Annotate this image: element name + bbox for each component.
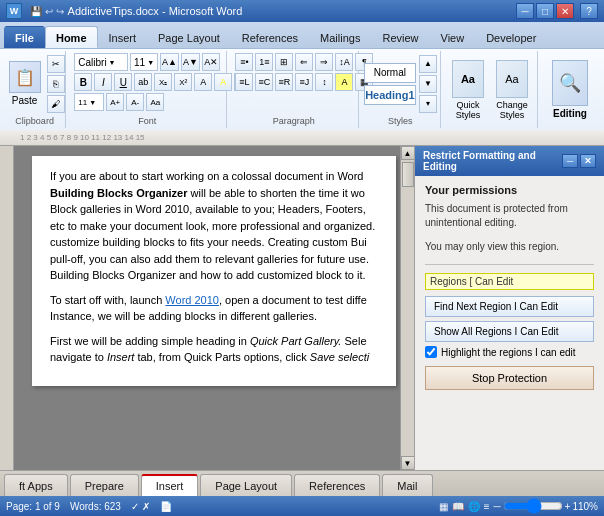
- paragraph-2: To start off with, launch Word 2010, ope…: [50, 292, 382, 325]
- tab-home[interactable]: Home: [45, 26, 98, 48]
- maximize-button[interactable]: □: [536, 3, 554, 19]
- subscript-button[interactable]: X₂: [154, 73, 172, 91]
- bottom-tab-insert[interactable]: Insert: [141, 474, 199, 496]
- highlight-regions-row: Highlight the regions I can edit: [425, 346, 594, 358]
- zoom-out-button[interactable]: ─: [493, 501, 500, 512]
- find-next-region-button[interactable]: Find Next Region I Can Edit: [425, 296, 594, 317]
- bottom-tab-apps[interactable]: ft Apps: [4, 474, 68, 496]
- quick-styles-icon: Aa: [452, 60, 484, 98]
- app-window: W 💾 ↩ ↪ AddictiveTips.docx - Microsoft W…: [0, 0, 604, 516]
- align-left-button[interactable]: ≡L: [235, 73, 253, 91]
- align-center-button[interactable]: ≡C: [255, 73, 273, 91]
- strikethrough-button[interactable]: ab: [134, 73, 152, 91]
- styles-more-button[interactable]: ▾: [419, 95, 437, 113]
- close-button[interactable]: ✕: [556, 3, 574, 19]
- tab-references[interactable]: References: [231, 26, 309, 48]
- quick-styles-button[interactable]: Aa Quick Styles: [448, 58, 488, 122]
- panel-pin-button[interactable]: ─: [562, 154, 578, 168]
- document-page: If you are about to start working on a c…: [32, 156, 396, 386]
- shading-button[interactable]: A: [335, 73, 353, 91]
- clear-format-button[interactable]: A✕: [202, 53, 220, 71]
- change-case-button[interactable]: Aa: [146, 93, 164, 111]
- word-app-icon: W: [6, 3, 22, 19]
- font-size-inc-button[interactable]: A+: [106, 93, 124, 111]
- increase-indent-button[interactable]: ⇒: [315, 53, 333, 71]
- minimize-button[interactable]: ─: [516, 3, 534, 19]
- ribbon-content: 📋 Paste ✂ ⎘ 🖌 Clipboard Calibri 11 A▲ A▼: [0, 48, 604, 130]
- font-name-dropdown[interactable]: Calibri: [74, 53, 128, 71]
- bottom-tab-references[interactable]: References: [294, 474, 380, 496]
- bottom-tab-prepare[interactable]: Prepare: [70, 474, 139, 496]
- sort-button[interactable]: ↕A: [335, 53, 353, 71]
- text-effect-button[interactable]: A: [194, 73, 212, 91]
- underline-button[interactable]: U: [114, 73, 132, 91]
- align-right-button[interactable]: ≡R: [275, 73, 293, 91]
- copy-button[interactable]: ⎘: [47, 75, 65, 93]
- panel-close-button[interactable]: ✕: [580, 154, 596, 168]
- multilevel-button[interactable]: ⊞: [275, 53, 293, 71]
- justify-button[interactable]: ≡J: [295, 73, 313, 91]
- change-styles-icon: Aa: [496, 60, 528, 98]
- scroll-down-button[interactable]: ▼: [401, 456, 415, 470]
- styles-up-button[interactable]: ▲: [419, 55, 437, 73]
- decrease-indent-button[interactable]: ⇐: [295, 53, 313, 71]
- numbering-button[interactable]: 1≡: [255, 53, 273, 71]
- style-normal-swatch[interactable]: Normal: [364, 63, 416, 83]
- paste-button[interactable]: 📋 Paste: [5, 59, 45, 108]
- line-spacing-button[interactable]: ↕: [315, 73, 333, 91]
- bottom-tab-mail[interactable]: Mail: [382, 474, 432, 496]
- font-size-secondary[interactable]: 11: [74, 93, 104, 111]
- zoom-slider[interactable]: [503, 502, 563, 510]
- styles-buttons-group: Aa Quick Styles Aa Change Styles: [443, 51, 538, 128]
- word-2010-link[interactable]: Word 2010: [165, 294, 219, 306]
- cut-button[interactable]: ✂: [47, 55, 65, 73]
- superscript-button[interactable]: X²: [174, 73, 192, 91]
- clipboard-group: 📋 Paste ✂ ⎘ 🖌 Clipboard: [4, 51, 66, 128]
- zoom-control: ─ + 110%: [493, 501, 598, 512]
- change-styles-button[interactable]: Aa Change Styles: [492, 58, 532, 122]
- zoom-in-button[interactable]: +: [565, 501, 571, 512]
- font-size-dropdown[interactable]: 11: [130, 53, 158, 71]
- highlight-regions-label: Highlight the regions I can edit: [441, 347, 576, 358]
- bottom-tab-pagelayout[interactable]: Page Layout: [200, 474, 292, 496]
- quick-styles-label: Quick Styles: [452, 100, 484, 120]
- left-ruler: [0, 146, 14, 470]
- tab-review[interactable]: Review: [371, 26, 429, 48]
- paste-icon: 📋: [9, 61, 41, 93]
- status-right: ▦ 📖 🌐 ≡ ─ + 110%: [439, 501, 598, 512]
- permissions-desc1: This document is protected from unintent…: [425, 202, 594, 230]
- italic-button[interactable]: I: [94, 73, 112, 91]
- document-area: If you are about to start working on a c…: [14, 146, 414, 470]
- tab-mailings[interactable]: Mailings: [309, 26, 371, 48]
- font-size-dec-button[interactable]: A-: [126, 93, 144, 111]
- tab-file[interactable]: File: [4, 26, 45, 48]
- view-reading-icon[interactable]: 📖: [452, 501, 464, 512]
- shrink-font-button[interactable]: A▼: [181, 53, 200, 71]
- font-row1: Calibri 11 A▲ A▼ A✕: [74, 53, 220, 71]
- panel-title: Restrict Formatting and Editing: [423, 150, 562, 172]
- panel-divider-1: [425, 264, 594, 265]
- scroll-up-button[interactable]: ▲: [401, 146, 415, 160]
- tab-view[interactable]: View: [430, 26, 476, 48]
- bullets-button[interactable]: ≡•: [235, 53, 253, 71]
- permissions-title: Your permissions: [425, 184, 594, 196]
- view-web-icon[interactable]: 🌐: [468, 501, 480, 512]
- format-painter-button[interactable]: 🖌: [47, 95, 65, 113]
- show-all-regions-button[interactable]: Show All Regions I Can Edit: [425, 321, 594, 342]
- view-normal-icon[interactable]: ▦: [439, 501, 448, 512]
- stop-protection-button[interactable]: Stop Protection: [425, 366, 594, 390]
- tab-developer[interactable]: Developer: [475, 26, 547, 48]
- view-outline-icon[interactable]: ≡: [484, 501, 490, 512]
- window-controls: ─ □ ✕ ?: [516, 3, 598, 19]
- help-button[interactable]: ?: [580, 3, 598, 19]
- paragraph-label: Paragraph: [273, 114, 315, 126]
- editing-icon[interactable]: 🔍: [552, 60, 588, 106]
- tab-pagelayout[interactable]: Page Layout: [147, 26, 231, 48]
- font-row2: B I U ab X₂ X² A A A: [74, 73, 220, 91]
- grow-font-button[interactable]: A▲: [160, 53, 179, 71]
- style-heading1-swatch[interactable]: Heading1: [364, 85, 416, 105]
- highlight-regions-checkbox[interactable]: [425, 346, 437, 358]
- tab-insert[interactable]: Insert: [98, 26, 148, 48]
- bold-button[interactable]: B: [74, 73, 92, 91]
- styles-down-button[interactable]: ▼: [419, 75, 437, 93]
